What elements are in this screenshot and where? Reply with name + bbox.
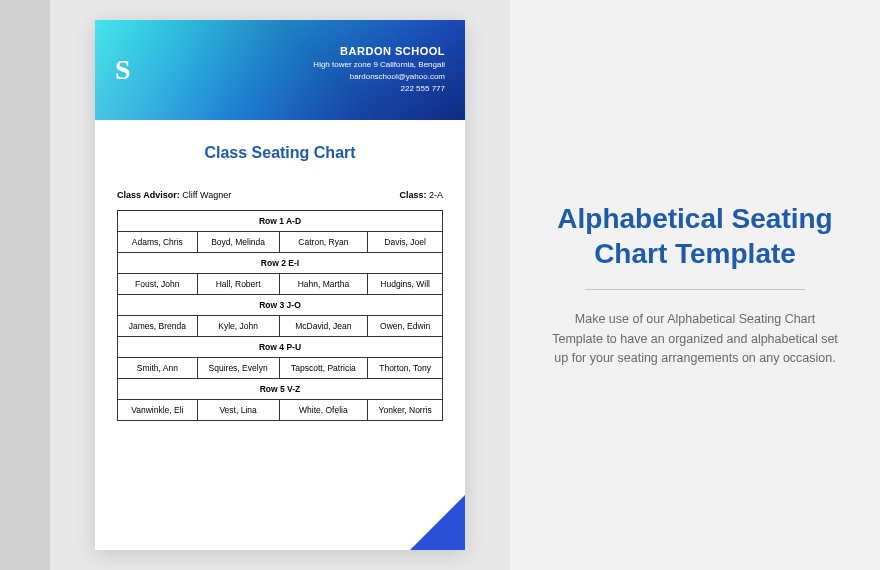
seat-cell: James, Brenda — [118, 316, 198, 337]
panel-description: Make use of our Alphabetical Seating Cha… — [550, 310, 840, 368]
panel-divider — [585, 289, 805, 290]
info-panel: Alphabetical Seating Chart Template Make… — [510, 0, 880, 570]
seat-cell: White, Ofelia — [279, 400, 368, 421]
seating-chart-document: S BARDON SCHOOL High tower zone 9 Califo… — [95, 20, 465, 550]
seat-cell: Squires, Evelyn — [197, 358, 279, 379]
seat-cell: Yonker, Norris — [368, 400, 443, 421]
document-title: Class Seating Chart — [117, 144, 443, 162]
school-info-block: BARDON SCHOOL High tower zone 9 Californ… — [313, 45, 445, 95]
seat-cell: Boyd, Melinda — [197, 232, 279, 253]
class-label: Class: — [399, 190, 426, 200]
seat-cell: McDavid, Jean — [279, 316, 368, 337]
seat-cell: Hall, Robert — [197, 274, 279, 295]
document-preview-area: S BARDON SCHOOL High tower zone 9 Califo… — [50, 0, 510, 570]
left-gutter — [0, 0, 50, 570]
seat-cell: Hahn, Martha — [279, 274, 368, 295]
class-meta-row: Class Advisor: Cliff Wagner Class: 2-A — [117, 190, 443, 200]
class-field: Class: 2-A — [399, 190, 443, 200]
seat-cell: Vanwinkle, Eli — [118, 400, 198, 421]
seat-cell: Owen, Edwin — [368, 316, 443, 337]
advisor-label: Class Advisor: — [117, 190, 180, 200]
seat-cell: Foust, John — [118, 274, 198, 295]
seat-cell: Catron, Ryan — [279, 232, 368, 253]
school-phone: 222 555 777 — [313, 83, 445, 95]
document-body: Class Seating Chart Class Advisor: Cliff… — [95, 120, 465, 445]
seat-cell: Davis, Joel — [368, 232, 443, 253]
seat-cell: Vest, Lina — [197, 400, 279, 421]
seat-cell: Adams, Chris — [118, 232, 198, 253]
row-header: Row 2 E-I — [118, 253, 443, 274]
seat-cell: Hudgins, Will — [368, 274, 443, 295]
seat-cell: Tapscott, Patricia — [279, 358, 368, 379]
panel-title: Alphabetical Seating Chart Template — [550, 201, 840, 271]
advisor-value: Cliff Wagner — [182, 190, 231, 200]
row-header: Row 3 J-O — [118, 295, 443, 316]
school-name: BARDON SCHOOL — [313, 45, 445, 57]
document-header: S BARDON SCHOOL High tower zone 9 Califo… — [95, 20, 465, 120]
row-header: Row 1 A-D — [118, 211, 443, 232]
school-email: bardonschool@yahoo.com — [313, 71, 445, 83]
seat-cell: Smith, Ann — [118, 358, 198, 379]
corner-accent — [410, 495, 465, 550]
class-value: 2-A — [429, 190, 443, 200]
seating-table: Row 1 A-DAdams, ChrisBoyd, MelindaCatron… — [117, 210, 443, 421]
seat-cell: Thorton, Tony — [368, 358, 443, 379]
school-logo: S — [115, 54, 131, 86]
row-header: Row 5 V-Z — [118, 379, 443, 400]
row-header: Row 4 P-U — [118, 337, 443, 358]
school-address: High tower zone 9 California, Bengali — [313, 59, 445, 71]
advisor-field: Class Advisor: Cliff Wagner — [117, 190, 231, 200]
seat-cell: Kyle, John — [197, 316, 279, 337]
